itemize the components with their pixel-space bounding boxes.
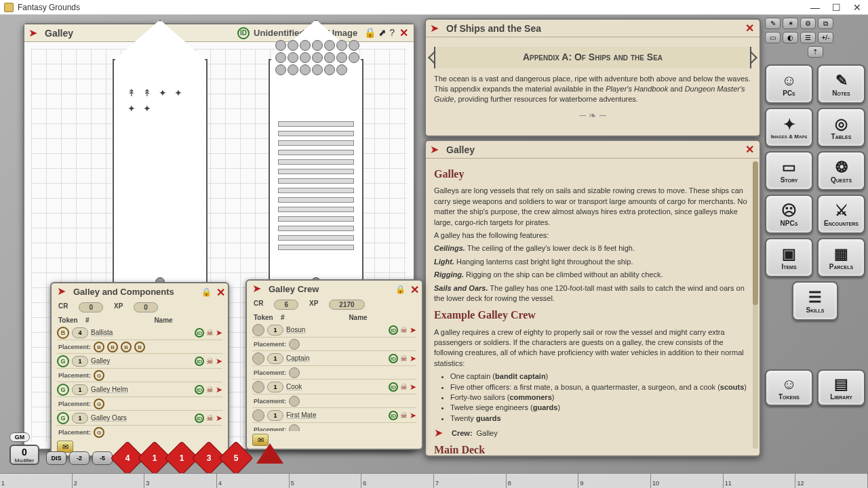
id-badge-icon[interactable]: ID — [389, 325, 398, 335]
sidebar-library[interactable]: ▤Library — [817, 369, 865, 406]
dragon-link-icon[interactable]: ➤ — [216, 357, 222, 366]
close-icon[interactable]: ✕ — [743, 144, 755, 156]
modifier-box[interactable]: 0Modifier — [9, 445, 39, 465]
encounter-panel-crew[interactable]: 🔒 ✕ ➤ Galley Crew CR6 XP2170 Token#Name … — [245, 279, 423, 450]
token-count[interactable]: 1 — [72, 356, 88, 367]
tool-dot-icon[interactable]: ◐ — [783, 32, 798, 43]
lock-icon[interactable]: 🔒 — [364, 27, 376, 39]
id-badge-icon[interactable]: ID — [389, 354, 398, 363]
encounter-row[interactable]: 1CaptainID☠➤ — [252, 351, 416, 366]
skull-icon[interactable]: ☠ — [400, 325, 408, 335]
encounter-row[interactable]: G1Galley HelmID☠➤ — [57, 382, 222, 397]
row-name[interactable]: Captain — [286, 354, 386, 362]
lock-icon[interactable]: 🔒 — [201, 287, 212, 297]
row-name[interactable]: Cook — [286, 383, 386, 390]
skull-icon[interactable]: ☠ — [400, 354, 408, 363]
skull-icon[interactable]: ☠ — [400, 382, 408, 392]
sidebar-parcels[interactable]: ▦Parcels — [817, 238, 865, 277]
encounter-row[interactable]: G1Galley OarsID☠➤ — [57, 411, 222, 426]
ruler-segment[interactable]: 7 — [434, 474, 507, 488]
sidebar-notes[interactable]: ✎Notes — [817, 64, 865, 104]
lock-icon[interactable]: 🔒 — [395, 285, 406, 294]
placement-token[interactable] — [289, 367, 300, 378]
d20-die[interactable] — [256, 443, 283, 470]
token-image[interactable] — [252, 409, 264, 422]
encounter-row[interactable]: 1CookID☠➤ — [252, 380, 416, 394]
id-badge-icon[interactable]: ID — [389, 411, 398, 420]
token-letter-badge[interactable]: G — [57, 355, 69, 367]
die[interactable]: 1 — [142, 446, 167, 470]
row-name[interactable]: Galley Oars — [91, 414, 192, 422]
token-letter-badge[interactable]: G — [57, 412, 69, 424]
close-icon[interactable]: ✕ — [410, 283, 419, 296]
row-name[interactable]: Galley — [91, 357, 192, 365]
hot-minus5[interactable]: -5 — [92, 451, 113, 465]
dragon-link-icon[interactable]: ➤ — [216, 328, 222, 338]
token-letter-badge[interactable]: B — [57, 327, 69, 339]
placement-token[interactable]: B — [134, 342, 145, 352]
ruler-segment[interactable]: 5 — [290, 474, 362, 488]
ruler-segment[interactable]: 2 — [73, 474, 145, 488]
dragon-link-icon[interactable]: ➤ — [216, 413, 222, 423]
hot-minus2[interactable]: -2 — [69, 451, 90, 465]
skull-icon[interactable]: ☠ — [206, 385, 214, 394]
placement-token[interactable]: B — [121, 342, 132, 352]
token-count[interactable]: 1 — [267, 325, 283, 336]
token-count[interactable]: 1 — [72, 413, 88, 424]
die[interactable]: 1 — [170, 446, 194, 470]
sidebar-pcs[interactable]: ☺PCs — [765, 64, 813, 104]
encounter-row[interactable]: 1BosunID☠➤ — [252, 323, 416, 338]
placement-token[interactable]: G — [94, 427, 104, 438]
minimize-button[interactable]: ― — [810, 2, 820, 13]
placement-token[interactable]: B — [94, 342, 104, 352]
token-count[interactable]: 1 — [267, 382, 283, 392]
scrollbar[interactable] — [753, 161, 758, 449]
dragon-link-icon[interactable]: ➤ — [410, 411, 416, 420]
id-badge-icon[interactable]: ID — [389, 382, 398, 392]
tool-plus-icon[interactable]: +/- — [818, 32, 833, 43]
ruler-segment[interactable]: 10 — [651, 474, 724, 488]
token-image[interactable] — [252, 381, 264, 393]
tool-settings-icon[interactable]: ✶ — [783, 18, 798, 29]
tool-window-icon[interactable]: ⧉ — [818, 18, 833, 29]
placement-token[interactable]: G — [94, 370, 104, 381]
die[interactable]: 5 — [224, 446, 248, 470]
token-letter-badge[interactable]: G — [57, 384, 69, 396]
sidebar-images-maps[interactable]: ✦Images & Maps — [765, 108, 813, 147]
token-count[interactable]: 4 — [72, 327, 88, 338]
placement-token[interactable]: G — [94, 399, 104, 409]
ruler[interactable]: 123456789101112 — [0, 473, 868, 488]
close-icon[interactable]: ✕ — [397, 27, 410, 39]
tool-chat-icon[interactable]: ☰ — [800, 32, 816, 43]
tool-book-icon[interactable]: ▭ — [765, 32, 781, 43]
gm-toggle[interactable]: GM — [9, 432, 30, 442]
placement-token[interactable]: B — [107, 342, 118, 352]
dragon-link-icon[interactable]: ➤ — [216, 385, 222, 394]
encounter-row[interactable]: G1GalleyID☠➤ — [57, 354, 222, 369]
skull-icon[interactable]: ☠ — [206, 357, 214, 366]
row-name[interactable]: Bosun — [286, 326, 386, 333]
reference-panel-ships[interactable]: ➤ Of Ships and the Sea ✕ Appendix A: Of … — [425, 18, 761, 137]
skull-icon[interactable]: ☠ — [206, 413, 214, 423]
close-icon[interactable]: ✕ — [743, 22, 755, 35]
token-count[interactable]: 1 — [72, 384, 88, 395]
dragon-link-icon[interactable]: ➤ — [410, 354, 416, 363]
close-icon[interactable]: ✕ — [216, 286, 225, 299]
token-count[interactable]: 1 — [267, 353, 283, 364]
token-image[interactable] — [252, 324, 264, 336]
maximize-button[interactable]: ☐ — [832, 2, 841, 13]
sidebar-encounters[interactable]: ⚔Encounters — [817, 195, 865, 234]
placement-token[interactable] — [289, 396, 300, 407]
id-badge-icon[interactable]: ID — [195, 413, 204, 423]
ruler-segment[interactable]: 8 — [507, 474, 579, 488]
placement-token[interactable] — [289, 339, 300, 350]
tool-gear-icon[interactable]: ⚙ — [800, 18, 816, 29]
skull-icon[interactable]: ☠ — [206, 328, 214, 338]
placement-token[interactable] — [289, 424, 300, 432]
die[interactable]: 4 — [115, 446, 140, 470]
encounter-row[interactable]: 1First MateID☠➤ — [252, 408, 416, 423]
row-name[interactable]: Galley Helm — [91, 386, 192, 393]
ruler-segment[interactable]: 1 — [0, 474, 73, 488]
hot-dis[interactable]: DIS — [46, 451, 66, 465]
crew-link[interactable]: ➤ Crew: Galley — [434, 428, 747, 439]
